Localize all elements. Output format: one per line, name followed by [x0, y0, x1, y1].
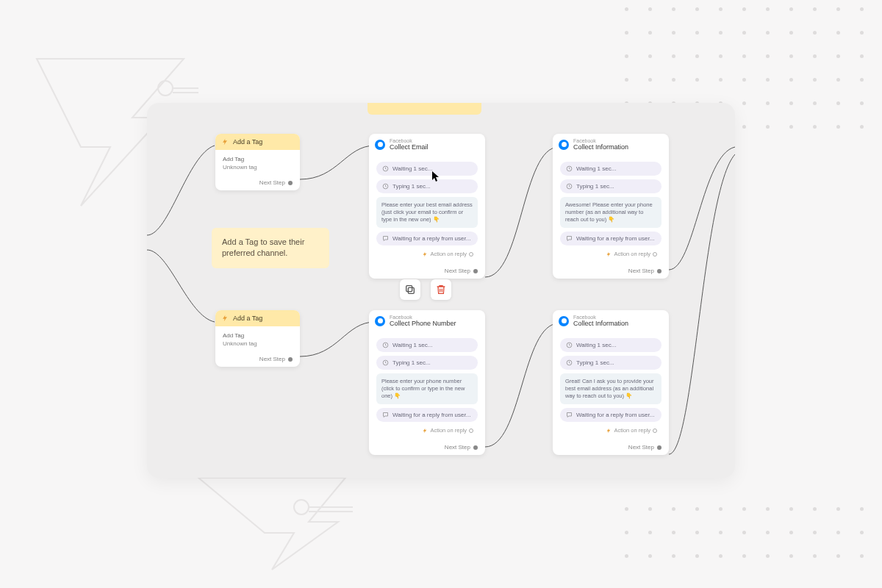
top-marker: [368, 103, 481, 115]
clock-icon: [382, 183, 389, 190]
action-on-reply-port[interactable]: Action on reply: [557, 426, 664, 435]
node-header: Facebook Collect Email: [369, 134, 485, 155]
tag-body: Add Tag Unknown tag: [215, 326, 300, 353]
trash-icon: [435, 284, 447, 295]
typing-pill[interactable]: Typing 1 sec...: [376, 179, 478, 193]
message-text[interactable]: Great! Can I ask you to provide your bes…: [560, 373, 662, 404]
waiting-reply-pill[interactable]: Waiting for a reply from user...: [376, 408, 478, 422]
bolt-icon: [422, 428, 428, 434]
next-step-label: Next Step: [445, 268, 470, 274]
message-text[interactable]: Awesome! Please enter your phone number …: [560, 197, 662, 228]
tag-body: Add Tag Unknown tag: [215, 150, 300, 176]
action-on-reply-port[interactable]: Action on reply: [373, 249, 481, 259]
waiting-pill[interactable]: Waiting 1 sec...: [560, 338, 662, 352]
flow-canvas[interactable]: Add a Tag to save their preferred channe…: [147, 103, 735, 478]
next-step-label: Next Step: [445, 444, 470, 451]
next-step-port[interactable]: Next Step: [369, 265, 485, 279]
node-header: Add a Tag: [215, 134, 300, 150]
typing-pill[interactable]: Typing 1 sec...: [376, 356, 478, 370]
node-add-tag-1[interactable]: Add a Tag Add Tag Unknown tag Next Step: [215, 134, 300, 190]
node-title: Collect Phone Number: [390, 320, 456, 327]
next-step-port[interactable]: Next Step: [553, 441, 669, 455]
waiting-reply-pill[interactable]: Waiting for a reply from user...: [376, 232, 478, 245]
pill-text: Typing 1 sec...: [392, 183, 431, 190]
pill-text: Waiting for a reply from user...: [576, 412, 654, 418]
node-collect-email[interactable]: Facebook Collect Email Waiting 1 sec... …: [369, 134, 485, 279]
clock-icon: [382, 165, 389, 172]
waiting-pill[interactable]: Waiting 1 sec...: [376, 338, 478, 352]
message-text[interactable]: Please enter your best email address (ju…: [376, 197, 478, 228]
bolt-icon: [422, 251, 428, 257]
pill-text: Waiting 1 sec...: [392, 165, 432, 172]
bolt-icon: [221, 315, 229, 322]
chat-icon: [382, 412, 389, 418]
pill-text: Waiting 1 sec...: [576, 165, 616, 172]
node-header: Facebook Collect Information: [553, 134, 669, 155]
next-step-port[interactable]: Next Step: [553, 265, 669, 279]
note-card: Add a Tag to save their preferred channe…: [212, 228, 329, 268]
svg-rect-19: [408, 287, 414, 293]
waiting-pill[interactable]: Waiting 1 sec...: [376, 162, 478, 176]
port-icon: [288, 357, 293, 362]
port-icon: [653, 429, 657, 433]
action-on-reply-port[interactable]: Action on reply: [373, 426, 481, 435]
node-header: Add a Tag: [215, 310, 300, 326]
copy-icon: [404, 284, 416, 295]
node-title: Add a Tag: [233, 138, 262, 146]
duplicate-button[interactable]: [400, 279, 420, 300]
clock-icon: [382, 342, 389, 348]
waiting-reply-pill[interactable]: Waiting for a reply from user...: [560, 232, 662, 245]
next-step-port[interactable]: Next Step: [215, 176, 300, 190]
node-title: Collect Information: [573, 143, 628, 151]
platform-label: Facebook: [390, 315, 456, 320]
pill-text: Typing 1 sec...: [576, 183, 614, 190]
node-title: Collect Information: [573, 320, 628, 327]
chat-icon: [566, 235, 573, 242]
action-label: Action on reply: [430, 427, 467, 434]
chat-icon: [566, 412, 573, 418]
clock-icon: [382, 359, 389, 366]
next-step-port[interactable]: Next Step: [369, 441, 485, 455]
port-icon: [473, 445, 478, 450]
pill-text: Waiting 1 sec...: [576, 342, 616, 348]
node-collect-phone[interactable]: Facebook Collect Phone Number Waiting 1 …: [369, 310, 485, 455]
tag-label: Add Tag: [223, 332, 293, 339]
typing-pill[interactable]: Typing 1 sec...: [560, 179, 662, 193]
port-icon: [469, 429, 473, 433]
next-step-label: Next Step: [259, 356, 285, 362]
bg-dots-bottom: [617, 507, 882, 573]
tag-label: Add Tag: [223, 156, 293, 162]
pill-text: Typing 1 sec...: [576, 359, 614, 366]
pill-text: Waiting for a reply from user...: [392, 235, 470, 242]
delete-button[interactable]: [431, 279, 451, 300]
node-toolbar: [400, 279, 451, 300]
platform-label: Facebook: [573, 315, 628, 320]
tag-value: Unknown tag: [223, 340, 293, 347]
svg-point-3: [294, 500, 309, 514]
bolt-icon: [221, 138, 229, 146]
pill-text: Typing 1 sec...: [392, 359, 431, 366]
node-add-tag-2[interactable]: Add a Tag Add Tag Unknown tag Next Step: [215, 310, 300, 367]
port-icon: [473, 269, 478, 273]
node-collect-info-2[interactable]: Facebook Collect Information Waiting 1 s…: [553, 310, 669, 455]
node-header: Facebook Collect Information: [553, 310, 669, 331]
action-label: Action on reply: [430, 251, 467, 257]
pill-text: Waiting 1 sec...: [392, 342, 432, 348]
port-icon: [653, 252, 657, 257]
messenger-icon: [375, 316, 385, 326]
clock-icon: [566, 359, 573, 366]
bolt-icon: [606, 251, 612, 257]
node-collect-info-1[interactable]: Facebook Collect Information Waiting 1 s…: [553, 134, 669, 279]
next-step-label: Next Step: [628, 268, 654, 274]
next-step-label: Next Step: [259, 179, 285, 186]
tag-value: Unknown tag: [223, 164, 293, 171]
next-step-port[interactable]: Next Step: [215, 353, 300, 367]
message-text[interactable]: Please enter your phone number (click to…: [376, 373, 478, 404]
typing-pill[interactable]: Typing 1 sec...: [560, 356, 662, 370]
action-on-reply-port[interactable]: Action on reply: [557, 249, 664, 259]
node-title: Collect Email: [390, 143, 429, 151]
messenger-icon: [559, 316, 569, 326]
waiting-pill[interactable]: Waiting 1 sec...: [560, 162, 662, 176]
port-icon: [288, 181, 293, 185]
waiting-reply-pill[interactable]: Waiting for a reply from user...: [560, 408, 662, 422]
